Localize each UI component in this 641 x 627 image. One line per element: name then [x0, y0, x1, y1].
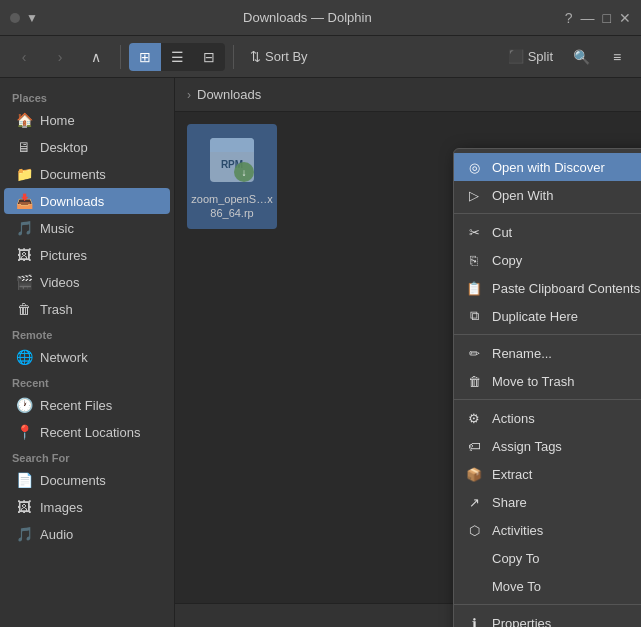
toolbar: ‹ › ∧ ⊞ ☰ ⊟ ⇅ Sort By ⬛ Split 🔍 ≡ — [0, 36, 641, 78]
detail-view-button[interactable]: ⊟ — [193, 43, 225, 71]
sidebar-item-search-documents[interactable]: 📄 Documents — [4, 467, 170, 493]
places-section-title: Places — [0, 86, 174, 106]
help-button[interactable]: ? — [565, 10, 573, 26]
ctx-duplicate-icon: ⧉ — [466, 308, 482, 324]
ctx-activities-label: Activities — [492, 523, 641, 538]
ctx-properties-label: Properties — [492, 616, 641, 628]
app-icon — [10, 13, 20, 23]
sidebar-item-desktop[interactable]: 🖥 Desktop — [4, 134, 170, 160]
breadcrumb-bar: › Downloads — [175, 78, 641, 112]
search-button[interactable]: 🔍 — [565, 41, 597, 73]
ctx-duplicate[interactable]: ⧉ Duplicate Here Ctrl+D — [454, 302, 641, 330]
ctx-actions-label: Actions — [492, 411, 641, 426]
sidebar-item-recent-locations[interactable]: 📍 Recent Locations — [4, 419, 170, 445]
split-button[interactable]: ⬛ Split — [500, 41, 561, 73]
sort-label: Sort By — [265, 49, 308, 64]
compact-view-button[interactable]: ☰ — [161, 43, 193, 71]
images-icon: 🖼 — [16, 499, 32, 515]
menu-button[interactable]: ≡ — [601, 41, 633, 73]
ctx-activities[interactable]: ⬡ Activities › — [454, 516, 641, 544]
ctx-open-discover[interactable]: ◎ Open with Discover — [454, 153, 641, 181]
ctx-actions[interactable]: ⚙ Actions › — [454, 404, 641, 432]
minimize-button[interactable]: — — [581, 10, 595, 26]
breadcrumb-arrow: › — [187, 88, 191, 102]
ctx-rename-label: Rename... — [492, 346, 641, 361]
ctx-sep-1 — [454, 213, 641, 214]
ctx-copy-to-icon — [466, 550, 482, 566]
ctx-duplicate-label: Duplicate Here — [492, 309, 641, 324]
recent-files-icon: 🕐 — [16, 397, 32, 413]
sidebar-item-pictures[interactable]: 🖼 Pictures — [4, 242, 170, 268]
ctx-rename[interactable]: ✏ Rename... F2 — [454, 339, 641, 367]
ctx-move-trash-label: Move to Trash — [492, 374, 641, 389]
forward-button[interactable]: › — [44, 41, 76, 73]
ctx-activities-icon: ⬡ — [466, 522, 482, 538]
app-menu-icon[interactable]: ▼ — [26, 11, 38, 25]
ctx-paste[interactable]: 📋 Paste Clipboard Contents... Ctrl+V — [454, 274, 641, 302]
sidebar-item-trash-label: Trash — [40, 302, 73, 317]
svg-rect-2 — [210, 144, 254, 152]
ctx-rename-icon: ✏ — [466, 345, 482, 361]
ctx-properties[interactable]: ℹ Properties Alt+Return — [454, 609, 641, 627]
sidebar-item-audio[interactable]: 🎵 Audio — [4, 521, 170, 547]
sidebar-item-home[interactable]: 🏠 Home — [4, 107, 170, 133]
sidebar-item-network[interactable]: 🌐 Network — [4, 344, 170, 370]
ctx-share[interactable]: ↗ Share › — [454, 488, 641, 516]
ctx-cut-label: Cut — [492, 225, 641, 240]
sidebar-item-music-label: Music — [40, 221, 74, 236]
ctx-assign-tags[interactable]: 🏷 Assign Tags › — [454, 432, 641, 460]
ctx-move-to-icon — [466, 578, 482, 594]
sidebar-item-network-label: Network — [40, 350, 88, 365]
ctx-open-with-label: Open With — [492, 188, 641, 203]
file-item-zoom[interactable]: RPM ↓ zoom_openS…x86_64.rp — [187, 124, 277, 229]
trash-icon: 🗑 — [16, 301, 32, 317]
ctx-actions-icon: ⚙ — [466, 410, 482, 426]
ctx-move-trash[interactable]: 🗑 Move to Trash Del — [454, 367, 641, 395]
split-label: Split — [528, 49, 553, 64]
ctx-cut-icon: ✂ — [466, 224, 482, 240]
sidebar-item-trash[interactable]: 🗑 Trash — [4, 296, 170, 322]
search-section-title: Search For — [0, 446, 174, 466]
sidebar-item-desktop-label: Desktop — [40, 140, 88, 155]
ctx-extract-label: Extract — [492, 467, 641, 482]
ctx-move-to-label: Move To — [492, 579, 641, 594]
sidebar-item-documents-label: Documents — [40, 167, 106, 182]
ctx-open-with[interactable]: ▷ Open With › — [454, 181, 641, 209]
documents-icon: 📁 — [16, 166, 32, 182]
ctx-copy[interactable]: ⎘ Copy Ctrl+C — [454, 246, 641, 274]
back-button[interactable]: ‹ — [8, 41, 40, 73]
ctx-paste-label: Paste Clipboard Contents... — [492, 281, 641, 296]
home-icon: 🏠 — [16, 112, 32, 128]
ctx-sep-3 — [454, 399, 641, 400]
sidebar-item-images[interactable]: 🖼 Images — [4, 494, 170, 520]
search-documents-icon: 📄 — [16, 472, 32, 488]
maximize-button[interactable]: □ — [603, 10, 611, 26]
view-toggle: ⊞ ☰ ⊟ — [129, 43, 225, 71]
up-button[interactable]: ∧ — [80, 41, 112, 73]
close-button[interactable]: ✕ — [619, 10, 631, 26]
sidebar-item-home-label: Home — [40, 113, 75, 128]
ctx-open-discover-label: Open with Discover — [492, 160, 641, 175]
ctx-move-to[interactable]: Move To › — [454, 572, 641, 600]
ctx-move-trash-icon: 🗑 — [466, 373, 482, 389]
ctx-open-with-icon: ▷ — [466, 187, 482, 203]
sort-button[interactable]: ⇅ Sort By — [242, 45, 316, 68]
split-icon: ⬛ — [508, 49, 524, 64]
ctx-sep-4 — [454, 604, 641, 605]
ctx-copy-to[interactable]: Copy To › — [454, 544, 641, 572]
ctx-cut[interactable]: ✂ Cut Ctrl+X — [454, 218, 641, 246]
icon-view-button[interactable]: ⊞ — [129, 43, 161, 71]
breadcrumb-current[interactable]: Downloads — [197, 87, 261, 102]
content-area: › Downloads RPM ↓ zoom_openS…x86_64. — [175, 78, 641, 627]
main-layout: Places 🏠 Home 🖥 Desktop 📁 Documents 📥 Do… — [0, 78, 641, 627]
sidebar-item-recent-files[interactable]: 🕐 Recent Files — [4, 392, 170, 418]
sidebar-item-documents[interactable]: 📁 Documents — [4, 161, 170, 187]
sidebar-item-music[interactable]: 🎵 Music — [4, 215, 170, 241]
ctx-copy-label: Copy — [492, 253, 641, 268]
recent-locations-icon: 📍 — [16, 424, 32, 440]
ctx-share-icon: ↗ — [466, 494, 482, 510]
sidebar-item-downloads[interactable]: 📥 Downloads — [4, 188, 170, 214]
ctx-extract-icon: 📦 — [466, 466, 482, 482]
ctx-extract[interactable]: 📦 Extract › — [454, 460, 641, 488]
sidebar-item-videos[interactable]: 🎬 Videos — [4, 269, 170, 295]
